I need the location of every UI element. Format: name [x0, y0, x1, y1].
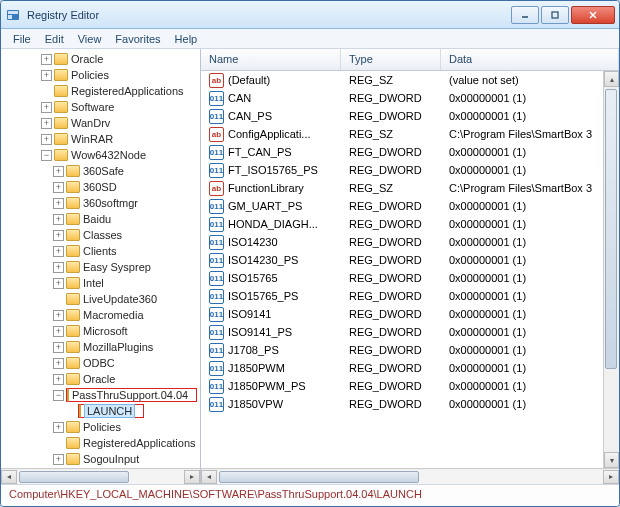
tree-node[interactable]: RegisteredApplications	[5, 435, 200, 451]
tree-node[interactable]: +Intel	[5, 275, 200, 291]
value-row[interactable]: 011ISO9141REG_DWORD0x00000001 (1)	[201, 305, 603, 323]
tree-node[interactable]: +Baidu	[5, 211, 200, 227]
expand-icon[interactable]: +	[41, 118, 52, 129]
expand-icon[interactable]: +	[41, 54, 52, 65]
tree-node-label[interactable]: ODBC	[83, 357, 115, 369]
value-row[interactable]: 011J1850VPWREG_DWORD0x00000001 (1)	[201, 395, 603, 413]
scroll-right-arrow-icon[interactable]: ▸	[184, 470, 200, 484]
value-row[interactable]: 011J1850PWM_PSREG_DWORD0x00000001 (1)	[201, 377, 603, 395]
tree-node[interactable]: +WinRAR	[5, 131, 200, 147]
tree-node-label[interactable]: Macromedia	[83, 309, 144, 321]
close-button[interactable]	[571, 6, 615, 24]
expand-icon[interactable]: +	[53, 230, 64, 241]
minimize-button[interactable]	[511, 6, 539, 24]
tree-node[interactable]: +Software	[5, 99, 200, 115]
tree-node-label[interactable]: Policies	[71, 69, 109, 81]
expand-icon[interactable]: +	[53, 454, 64, 465]
tree-node[interactable]: +Oracle	[5, 51, 200, 67]
expand-icon[interactable]: +	[53, 422, 64, 433]
tree-node[interactable]: +MozillaPlugins	[5, 339, 200, 355]
menu-view[interactable]: View	[72, 31, 108, 47]
tree-node[interactable]: +360SD	[5, 179, 200, 195]
scroll-right-arrow-icon[interactable]: ▸	[603, 470, 619, 484]
value-row[interactable]: abFunctionLibraryREG_SZC:\Program Files\…	[201, 179, 603, 197]
maximize-button[interactable]	[541, 6, 569, 24]
scrollbar-thumb[interactable]	[19, 471, 129, 483]
expand-icon[interactable]: +	[53, 310, 64, 321]
tree-node-label[interactable]: RegisteredApplications	[83, 437, 196, 449]
expand-icon[interactable]: +	[41, 102, 52, 113]
value-row[interactable]: ab(Default)REG_SZ(value not set)	[201, 71, 603, 89]
tree-node-label[interactable]: WinRAR	[71, 133, 113, 145]
value-row[interactable]: 011FT_CAN_PSREG_DWORD0x00000001 (1)	[201, 143, 603, 161]
expand-icon[interactable]: +	[53, 278, 64, 289]
tree-node-label[interactable]: SogouInput	[83, 453, 139, 465]
tree-node-label[interactable]: Classes	[83, 229, 122, 241]
scroll-left-arrow-icon[interactable]: ◂	[1, 470, 17, 484]
tree-node[interactable]: +Easy Sysprep	[5, 259, 200, 275]
values-list[interactable]: ab(Default)REG_SZ(value not set)011CANRE…	[201, 71, 603, 468]
tree-node-label[interactable]: Software	[71, 101, 114, 113]
registry-tree[interactable]: +Oracle+PoliciesRegisteredApplications+S…	[1, 49, 200, 468]
tree-node[interactable]: LAUNCH	[5, 403, 200, 419]
titlebar[interactable]: Registry Editor	[1, 1, 619, 29]
tree-node-label[interactable]: LAUNCH	[84, 404, 135, 418]
tree-node[interactable]: +Microsoft	[5, 323, 200, 339]
value-row[interactable]: 011HONDA_DIAGH...REG_DWORD0x00000001 (1)	[201, 215, 603, 233]
expand-icon[interactable]: +	[53, 198, 64, 209]
value-row[interactable]: 011J1850PWMREG_DWORD0x00000001 (1)	[201, 359, 603, 377]
value-row[interactable]: abConfigApplicati...REG_SZC:\Program Fil…	[201, 125, 603, 143]
tree-node[interactable]: +Policies	[5, 419, 200, 435]
expand-icon[interactable]: +	[53, 262, 64, 273]
menu-help[interactable]: Help	[169, 31, 204, 47]
tree-node[interactable]: +SogouInput	[5, 451, 200, 467]
scroll-left-arrow-icon[interactable]: ◂	[201, 470, 217, 484]
tree-node[interactable]: +Macromedia	[5, 307, 200, 323]
value-row[interactable]: 011ISO14230_PSREG_DWORD0x00000001 (1)	[201, 251, 603, 269]
tree-horizontal-scrollbar[interactable]: ◂ ▸	[1, 468, 200, 484]
tree-node-label[interactable]: Oracle	[83, 373, 115, 385]
collapse-icon[interactable]: −	[53, 390, 64, 401]
column-header-data[interactable]: Data	[441, 49, 619, 70]
expand-icon[interactable]: +	[53, 246, 64, 257]
tree-node[interactable]: +Policies	[5, 67, 200, 83]
tree-node[interactable]: +Oracle	[5, 371, 200, 387]
value-row[interactable]: 011CAN_PSREG_DWORD0x00000001 (1)	[201, 107, 603, 125]
expand-icon[interactable]: +	[53, 182, 64, 193]
scrollbar-thumb[interactable]	[605, 89, 617, 369]
tree-node-label[interactable]: WanDrv	[71, 117, 110, 129]
expand-icon[interactable]: +	[53, 342, 64, 353]
expand-icon[interactable]: +	[53, 358, 64, 369]
tree-node-label[interactable]: 360softmgr	[83, 197, 138, 209]
tree-node[interactable]: +Classes	[5, 227, 200, 243]
tree-node[interactable]: +WanDrv	[5, 115, 200, 131]
scroll-down-arrow-icon[interactable]: ▾	[604, 452, 619, 468]
expand-icon[interactable]: +	[53, 326, 64, 337]
value-row[interactable]: 011CANREG_DWORD0x00000001 (1)	[201, 89, 603, 107]
tree-node-label[interactable]: Oracle	[71, 53, 103, 65]
value-row[interactable]: 011ISO9141_PSREG_DWORD0x00000001 (1)	[201, 323, 603, 341]
tree-node-label[interactable]: RegisteredApplications	[71, 85, 184, 97]
tree-node-label[interactable]: 360Safe	[83, 165, 124, 177]
value-row[interactable]: 011ISO14230REG_DWORD0x00000001 (1)	[201, 233, 603, 251]
menu-favorites[interactable]: Favorites	[109, 31, 166, 47]
tree-node[interactable]: RegisteredApplications	[5, 83, 200, 99]
tree-node-label[interactable]: PassThruSupport.04.04	[72, 389, 188, 401]
tree-node[interactable]: +360Safe	[5, 163, 200, 179]
value-row[interactable]: 011ISO15765_PSREG_DWORD0x00000001 (1)	[201, 287, 603, 305]
menu-edit[interactable]: Edit	[39, 31, 70, 47]
tree-node-label[interactable]: Intel	[83, 277, 104, 289]
tree-node[interactable]: −Wow6432Node	[5, 147, 200, 163]
collapse-icon[interactable]: −	[41, 150, 52, 161]
value-row[interactable]: 011ISO15765REG_DWORD0x00000001 (1)	[201, 269, 603, 287]
tree-node-label[interactable]: Easy Sysprep	[83, 261, 151, 273]
value-row[interactable]: 011GM_UART_PSREG_DWORD0x00000001 (1)	[201, 197, 603, 215]
value-row[interactable]: 011J1708_PSREG_DWORD0x00000001 (1)	[201, 341, 603, 359]
tree-node[interactable]: LiveUpdate360	[5, 291, 200, 307]
tree-node-label[interactable]: Wow6432Node	[71, 149, 146, 161]
column-header-name[interactable]: Name	[201, 49, 341, 70]
tree-node-label[interactable]: MozillaPlugins	[83, 341, 153, 353]
tree-node-label[interactable]: Policies	[83, 421, 121, 433]
values-horizontal-scrollbar[interactable]: ◂ ▸	[201, 468, 619, 484]
column-header-type[interactable]: Type	[341, 49, 441, 70]
